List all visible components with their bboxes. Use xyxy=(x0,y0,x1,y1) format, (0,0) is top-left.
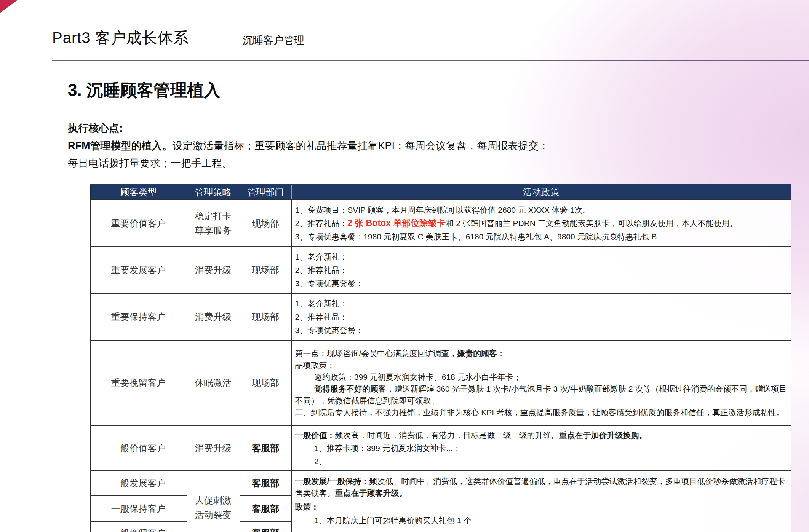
policy-text: 第一点：现场咨询/会员中心满意度回访调查， xyxy=(295,349,457,358)
header-customer-type: 顾客类型 xyxy=(90,185,187,200)
header-department: 管理部门 xyxy=(240,185,291,200)
policy-line: 2、 xyxy=(295,528,788,532)
cell-dept: 客服部 xyxy=(240,522,291,532)
table-row: 重要发展客户 消费升级 现场部 1、老介新礼： 2、推荐礼品： 3、专项优惠套餐… xyxy=(90,247,791,293)
policy-line: 1、免费项目：SVIP 顾客，本月周年庆到院可以获得价值 2680 元 XXXX… xyxy=(295,204,788,216)
policy-line: 3、专项优惠套餐： xyxy=(295,324,788,336)
cell-strategy-merged: 大促刺激 活动裂变 xyxy=(187,471,240,532)
cell-type-important-develop: 重要发展客户 xyxy=(90,247,187,293)
policy-line: 3、专项优惠套餐：1980 元初夏双 C 美肤王卡、6180 元院庆特惠礼包 A… xyxy=(295,231,788,242)
cell-dept: 客服部 xyxy=(240,495,291,522)
table-row: 重要挽留客户 休眠激活 现场部 第一点：现场咨询/会员中心满意度回访调查，嫌贵的… xyxy=(90,340,791,425)
cell-strategy: 消费升级 xyxy=(187,425,240,471)
cell-policy-important-keep: 1、老介新礼： 2、推荐礼品： 3、专项优惠套餐： xyxy=(291,293,791,340)
exec-lead-bold: RFM管理模型的植入。 xyxy=(68,140,172,151)
strategy-line1: 稳定打卡 xyxy=(187,209,240,223)
policy-line: 3、专项优惠套餐： xyxy=(295,277,788,289)
cell-strategy: 消费升级 xyxy=(187,293,240,340)
cell-type-important-value: 重要价值客户 xyxy=(90,200,187,247)
policy-bold: 嫌贵的顾客 xyxy=(457,349,497,358)
policy-text: 2、推荐礼品： xyxy=(295,219,348,228)
table-row: 一般价值客户 消费升级 客服部 一般价值：频次高，时间近，消费低，有潜力，目标是… xyxy=(90,425,791,471)
cell-type-general-develop: 一般发展客户 xyxy=(90,471,187,495)
policy-line: 1、本月院庆上门可超特惠价购买大礼包 1 个 xyxy=(295,514,788,526)
strategy-line1: 大促刺激 xyxy=(187,493,240,508)
cell-dept: 客服部 xyxy=(240,425,291,471)
exec-core-line2: 每日电话拨打量要求；一把手工程。 xyxy=(68,155,738,172)
cell-strategy: 休眠激活 xyxy=(187,340,240,425)
part-label: Part3 客户成长体系 xyxy=(52,27,189,48)
cell-policy-important-retain: 第一点：现场咨询/会员中心满意度回访调查，嫌贵的顾客： 品项政策： 邀约政策：3… xyxy=(291,340,791,425)
policy-line: 2、推荐礼品：2 张 Botox 单部位除皱卡和 2 张韩国普丽兰 PDRN 三… xyxy=(295,217,788,229)
exec-line1-rest: 设定激活量指标；重要顾客的礼品推荐量挂靠KPI；每周会议复盘，每周报表提交； xyxy=(172,140,549,151)
policy-line: 1、推荐卡项：399 元初夏水润女神卡...； xyxy=(295,442,788,454)
section-title: 3. 沉睡顾客管理植入 xyxy=(68,79,221,102)
exec-core-heading: 执行核心点: xyxy=(68,119,738,137)
policy-line: 政策： xyxy=(295,501,788,513)
policy-line: 2、推荐礼品： xyxy=(295,264,788,276)
table-header-row: 顾客类型 管理策略 管理部门 活动政策 xyxy=(90,185,791,200)
cell-dept: 现场部 xyxy=(240,200,291,247)
cell-dept: 现场部 xyxy=(240,340,291,425)
policy-bold: 政策： xyxy=(295,502,319,511)
policy-line: 邀约政策：399 元初夏水润女神卡、618 元水小白半年卡； xyxy=(295,371,788,383)
policy-bold: 觉得服务不好的顾客 xyxy=(314,384,386,393)
policy-text: 和 2 张韩国普丽兰 PDRN 三文鱼动能素美肤卡，可以给朋友使用，本人不能使用… xyxy=(446,219,738,228)
strategy-line2: 尊享服务 xyxy=(187,223,240,238)
cell-policy-general-merged: 一般发展/一般保持：频次低、时间中、消费低，这类群体价值普遍偏低，重点在于活动尝… xyxy=(291,471,791,532)
cell-dept: 客服部 xyxy=(240,471,291,495)
cell-type-general-keep: 一般保持客户 xyxy=(90,495,187,522)
policy-red-highlight: 2 张 Botox 单部位除皱卡 xyxy=(347,218,446,228)
header-strategy: 管理策略 xyxy=(187,185,240,200)
exec-core-line1: RFM管理模型的植入。设定激活量指标；重要顾客的礼品推荐量挂靠KPI；每周会议复… xyxy=(68,137,738,155)
policy-text: ： xyxy=(497,349,505,358)
table-row: 一般发展客户 大促刺激 活动裂变 客服部 一般发展/一般保持：频次低、时间中、消… xyxy=(90,471,791,495)
slide-canvas: Part3 客户成长体系 沉睡客户管理 3. 沉睡顾客管理植入 执行核心点: R… xyxy=(0,0,809,532)
policy-bold: 重点在于加价升级换购。 xyxy=(559,431,647,440)
strategy-line2: 活动裂变 xyxy=(187,508,240,522)
policy-bold: 重点在于顾客升级。 xyxy=(335,489,407,497)
cell-strategy: 稳定打卡 尊享服务 xyxy=(187,200,240,247)
policy-line: 一般价值：频次高，时间近，消费低，有潜力，目标是做一级一级的升维。重点在于加价升… xyxy=(295,429,788,441)
header-policy: 活动政策 xyxy=(291,185,791,200)
exec-core-block: 执行核心点: RFM管理模型的植入。设定激活量指标；重要顾客的礼品推荐量挂靠KP… xyxy=(68,119,738,172)
cell-type-important-keep: 重要保持客户 xyxy=(90,293,187,340)
corner-accent xyxy=(0,0,18,13)
policy-line: 第一点：现场咨询/会员中心满意度回访调查，嫌贵的顾客： xyxy=(295,347,788,359)
cell-type-important-retain: 重要挽留客户 xyxy=(90,340,187,425)
header-divider-line xyxy=(52,60,809,61)
policy-line: 2、推荐礼品： xyxy=(295,311,788,323)
policy-line: 2、 xyxy=(295,455,788,467)
policy-bold: 一般价值： xyxy=(295,431,335,440)
table-row: 重要价值客户 稳定打卡 尊享服务 现场部 1、免费项目：SVIP 顾客，本月周年… xyxy=(90,200,791,247)
cell-strategy: 消费升级 xyxy=(187,247,240,293)
policy-line: 1、老介新礼： xyxy=(295,251,788,263)
policy-text: 频次高，时间近，消费低，有潜力，目标是做一级一级的升维。 xyxy=(335,431,559,440)
policy-line: 一般发展/一般保持：频次低、时间中、消费低，这类群体价值普遍偏低，重点在于活动尝… xyxy=(295,475,788,499)
cell-dept: 现场部 xyxy=(240,247,291,293)
policy-line: 1、老介新礼： xyxy=(295,298,788,309)
cell-policy-general-value: 一般价值：频次高，时间近，消费低，有潜力，目标是做一级一级的升维。重点在于加价升… xyxy=(291,425,791,471)
policy-bold: 一般发展/一般保持： xyxy=(295,477,369,486)
topic-label: 沉睡客户管理 xyxy=(243,33,304,47)
cell-policy-important-develop: 1、老介新礼： 2、推荐礼品： 3、专项优惠套餐： xyxy=(291,247,791,293)
cell-dept: 现场部 xyxy=(240,293,291,340)
policy-line: 觉得服务不好的顾客，赠送新辉煌 360 光子嫩肤 1 次卡/小气泡月卡 3 次/… xyxy=(295,383,788,406)
cell-type-general-value: 一般价值客户 xyxy=(90,425,187,471)
rfm-table: 顾客类型 管理策略 管理部门 活动政策 重要价值客户 稳定打卡 尊享服务 现场部… xyxy=(90,184,791,532)
policy-line: 品项政策： xyxy=(295,359,788,371)
cell-type-general-retain: 一般挽留客户 xyxy=(90,522,187,532)
policy-line: 二、到院后专人接待，不强力推销，业绩并非为核心 KPI 考核，重点提高服务质量，… xyxy=(295,406,788,418)
cell-policy-important-value: 1、免费项目：SVIP 顾客，本月周年庆到院可以获得价值 2680 元 XXXX… xyxy=(291,200,791,247)
table-row: 重要保持客户 消费升级 现场部 1、老介新礼： 2、推荐礼品： 3、专项优惠套餐… xyxy=(90,293,791,340)
